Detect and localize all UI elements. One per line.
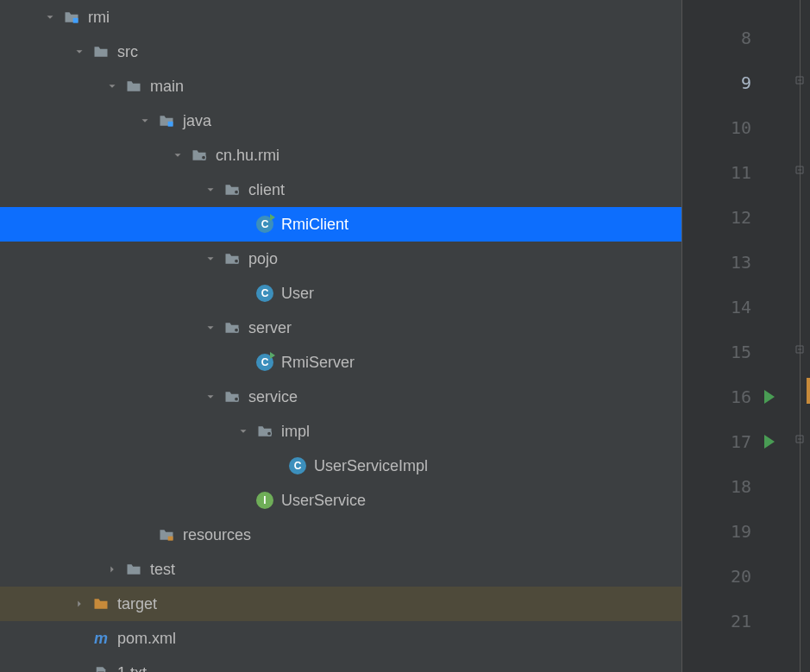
chevron-down-icon[interactable] <box>202 250 219 267</box>
svg-rect-1 <box>168 122 173 127</box>
tree-item-user[interactable]: CUser <box>0 276 681 311</box>
tree-item-userservice[interactable]: IUserService <box>0 483 681 518</box>
chevron-down-icon[interactable] <box>41 9 59 26</box>
breakpoint-strip-marker <box>807 378 810 404</box>
tree-item-label: client <box>248 181 285 199</box>
tree-item-client[interactable]: client <box>0 173 681 207</box>
package-icon <box>190 146 209 165</box>
chevron-down-icon[interactable] <box>169 147 186 164</box>
tree-item-userserviceimpl[interactable]: CUserServiceImpl <box>0 449 681 483</box>
tree-item-label: cn.hu.rmi <box>216 147 279 165</box>
tree-item-rmiclient[interactable]: CRmiClient <box>0 207 681 242</box>
svg-point-3 <box>235 190 239 194</box>
maven-icon: m <box>91 629 110 648</box>
chevron-none <box>71 664 88 672</box>
fold-toggle-icon[interactable] <box>794 433 805 447</box>
tree-item-main[interactable]: main <box>0 69 681 104</box>
tree-item-pom-xml[interactable]: mpom.xml <box>0 621 681 656</box>
chevron-none <box>136 526 154 543</box>
source-folder-icon <box>157 111 176 130</box>
run-gutter-icon[interactable] <box>764 390 775 404</box>
package-icon <box>223 249 242 268</box>
chevron-right-icon[interactable] <box>104 561 121 578</box>
tree-item-label: service <box>248 388 298 406</box>
line-number[interactable]: 13 <box>682 240 751 285</box>
line-number[interactable]: 20 <box>682 554 751 599</box>
tree-item-label: User <box>281 285 314 303</box>
interface-icon: I <box>255 491 274 510</box>
line-number[interactable]: 21 <box>682 599 751 644</box>
chevron-down-icon[interactable] <box>202 181 219 198</box>
class-icon: C <box>288 456 307 475</box>
tree-item-rmi[interactable]: rmi <box>0 0 681 35</box>
module-folder-icon <box>62 8 81 27</box>
tree-item-service[interactable]: service <box>0 380 681 414</box>
svg-point-4 <box>235 259 239 263</box>
tree-item-resources[interactable]: resources <box>0 518 681 552</box>
fold-toggle-icon[interactable] <box>794 164 805 178</box>
chevron-none <box>71 630 88 647</box>
package-icon <box>223 180 242 199</box>
svg-point-7 <box>267 431 272 436</box>
package-icon <box>255 422 274 441</box>
line-number[interactable]: 15 <box>682 330 751 374</box>
tree-item-src[interactable]: src <box>0 35 681 69</box>
tree-item-1-txt[interactable]: 1.txt <box>0 656 681 672</box>
editor-gutter: 89101112131415161718192021 <box>681 0 810 672</box>
chevron-down-icon[interactable] <box>136 112 154 129</box>
tree-item-test[interactable]: test <box>0 552 681 587</box>
chevron-none <box>235 216 252 233</box>
run-gutter-icon[interactable] <box>764 435 775 449</box>
tree-item-label: rmi <box>88 9 110 27</box>
folder-icon <box>91 42 110 61</box>
tree-item-label: UserService <box>281 492 366 510</box>
line-number[interactable]: 18 <box>682 464 751 509</box>
tree-item-server[interactable]: server <box>0 311 681 345</box>
line-number[interactable]: 14 <box>682 285 751 330</box>
target-folder-icon <box>91 594 110 613</box>
fold-toggle-icon[interactable] <box>794 74 805 88</box>
chevron-down-icon[interactable] <box>71 43 88 60</box>
chevron-none <box>235 354 252 371</box>
svg-rect-8 <box>168 537 173 541</box>
package-icon <box>223 318 242 337</box>
tree-item-impl[interactable]: impl <box>0 414 681 449</box>
line-number[interactable]: 12 <box>682 195 751 240</box>
tree-item-label: test <box>150 561 175 579</box>
tree-item-target[interactable]: target <box>0 587 681 621</box>
chevron-down-icon[interactable] <box>104 78 121 95</box>
class-icon: C <box>255 284 274 303</box>
chevron-none <box>267 457 285 474</box>
line-number[interactable]: 9 <box>682 60 751 105</box>
tree-item-cn-hu-rmi[interactable]: cn.hu.rmi <box>0 138 681 173</box>
chevron-down-icon[interactable] <box>202 319 219 336</box>
tree-item-label: pom.xml <box>117 630 176 648</box>
chevron-down-icon[interactable] <box>235 423 252 440</box>
line-number[interactable]: 16 <box>682 374 751 419</box>
chevron-none <box>235 492 252 509</box>
package-icon <box>223 387 242 406</box>
folder-icon <box>124 560 143 579</box>
tree-item-label: java <box>183 112 211 130</box>
line-number[interactable]: 19 <box>682 509 751 554</box>
chevron-right-icon[interactable] <box>71 595 88 612</box>
tree-item-label: main <box>150 78 184 96</box>
chevron-down-icon[interactable] <box>202 388 219 405</box>
tree-item-label: resources <box>183 526 251 544</box>
line-number[interactable]: 10 <box>682 105 751 150</box>
tree-item-pojo[interactable]: pojo <box>0 242 681 276</box>
tree-item-label: 1.txt <box>117 664 147 673</box>
tree-item-java[interactable]: java <box>0 104 681 138</box>
svg-point-5 <box>235 328 239 332</box>
tree-item-label: server <box>248 319 292 337</box>
line-number[interactable]: 8 <box>682 16 751 60</box>
folder-icon <box>124 77 143 96</box>
resources-folder-icon <box>157 525 176 544</box>
line-number[interactable]: 17 <box>682 419 751 464</box>
tree-item-label: impl <box>281 423 310 441</box>
svg-point-2 <box>202 155 206 160</box>
tree-item-label: src <box>117 43 138 61</box>
fold-toggle-icon[interactable] <box>794 343 805 357</box>
tree-item-rmiserver[interactable]: CRmiServer <box>0 345 681 380</box>
line-number[interactable]: 11 <box>682 150 751 195</box>
